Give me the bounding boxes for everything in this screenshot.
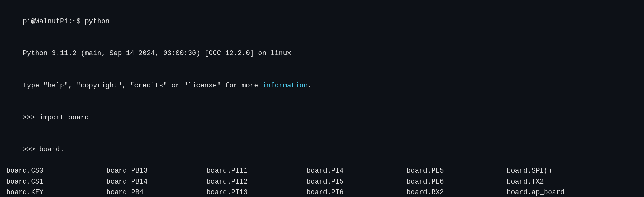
board-item: board.PL5 (407, 166, 507, 176)
python-version-line: Python 3.11.2 (main, Sep 14 2024, 03:00:… (6, 38, 638, 70)
board-dot-line: >>> board. (6, 134, 638, 166)
terminal: pi@WalnutPi:~$ python Python 3.11.2 (mai… (0, 0, 644, 197)
board-item: board.PB14 (106, 177, 206, 187)
board-item: board.PI13 (206, 187, 307, 197)
board-item: board.PL6 (407, 177, 507, 187)
board-item: board.CS1 (6, 177, 106, 187)
board-item: board.PB4 (106, 187, 206, 197)
board-item: board.SPI() (507, 166, 607, 176)
board-item: board.PB13 (106, 166, 206, 176)
prompt-text: pi@WalnutPi:~$ python (23, 18, 109, 25)
command-line: pi@WalnutPi:~$ python (6, 6, 638, 38)
import-board-line: >>> import board (6, 102, 638, 134)
board-item: board.TX2 (507, 177, 607, 187)
board-item: board.PI11 (206, 166, 307, 176)
board-item: board.PI4 (307, 166, 407, 176)
board-item: board.PI6 (307, 187, 407, 197)
board-item: board.KEY (6, 187, 106, 197)
board-item: board.ap_board (507, 187, 607, 197)
type-help-line: Type "help", "copyright", "credits" or "… (6, 70, 638, 102)
board-completions-grid: board.CS0board.PB13board.PI11board.PI4bo… (6, 166, 638, 197)
board-item: board.RX2 (407, 187, 507, 197)
board-item: board.PI5 (307, 177, 407, 187)
information-link: information (262, 82, 308, 90)
board-item: board.CS0 (6, 166, 106, 176)
board-item: board.PI12 (206, 177, 307, 187)
